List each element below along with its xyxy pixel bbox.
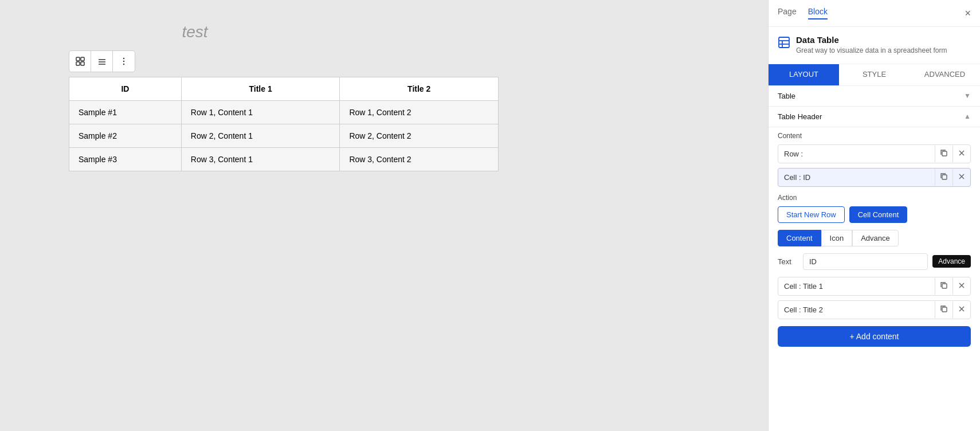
tab-page[interactable]: Page: [778, 7, 797, 19]
cell-title1-actions: [935, 278, 970, 295]
cell-title1-input[interactable]: [778, 277, 935, 295]
cell-id-delete-button[interactable]: [952, 169, 970, 186]
panel-tabs: Page Block: [778, 7, 828, 19]
close-button[interactable]: ×: [965, 8, 971, 18]
add-content-button[interactable]: + Add content: [778, 326, 971, 347]
cell-0-1: Row 1, Content 1: [181, 101, 340, 124]
cell-id-item: [778, 168, 971, 187]
content-tabs: Content Icon Advance: [769, 228, 980, 251]
cell-title1-delete-button[interactable]: [952, 278, 970, 295]
table-row: Sample #2Row 2, Content 1Row 2, Content …: [69, 124, 499, 148]
panel-header: Page Block ×: [769, 0, 980, 27]
text-row: Text Advance: [769, 251, 980, 275]
table-header-row: ID Title 1 Title 2: [69, 77, 499, 101]
header-title2: Title 2: [340, 77, 499, 101]
chevron-up-icon: ▲: [964, 112, 971, 120]
row-delete-button[interactable]: [952, 146, 970, 162]
text-field-label: Text: [778, 257, 798, 266]
sub-tabs: LAYOUT STYLE ADVANCED: [769, 64, 980, 86]
list-view-button[interactable]: [91, 51, 113, 72]
page-title: test: [80, 23, 309, 41]
cell-title2-delete-button[interactable]: [952, 301, 970, 318]
table-row: Sample #1Row 1, Content 1Row 1, Content …: [69, 101, 499, 124]
svg-point-8: [123, 61, 124, 62]
header-id: ID: [69, 77, 182, 101]
content-tab-icon[interactable]: Icon: [821, 230, 853, 246]
canvas-area: test ID: [0, 0, 768, 431]
block-title: Data Table: [796, 35, 947, 45]
table-header-section-label: Table Header: [778, 112, 822, 121]
data-table: ID Title 1 Title 2 Sample #1Row 1, Conte…: [69, 77, 499, 171]
cell-id-input[interactable]: [778, 169, 935, 186]
tab-block[interactable]: Block: [808, 7, 828, 19]
toolbar: [69, 50, 135, 72]
cell-0-0: Sample #1: [69, 101, 182, 124]
cell-title1-item: [778, 277, 971, 296]
svg-rect-17: [942, 175, 947, 179]
table-header-section[interactable]: Table Header ▲: [769, 107, 980, 127]
svg-rect-1: [81, 57, 84, 61]
data-table-icon: [778, 36, 790, 52]
cell-title2-actions: [935, 301, 970, 318]
svg-point-9: [123, 64, 124, 65]
table-section[interactable]: Table ▼: [769, 86, 980, 107]
start-new-row-button[interactable]: Start New Row: [778, 206, 845, 223]
cell-1-1: Row 2, Content 1: [181, 124, 340, 148]
action-label: Action: [769, 189, 980, 204]
chevron-down-icon: ▼: [964, 92, 971, 100]
cell-title1-copy-button[interactable]: [935, 278, 952, 295]
text-field-input[interactable]: [803, 253, 928, 270]
cell-title2-input[interactable]: [778, 301, 935, 319]
svg-rect-2: [76, 62, 80, 65]
cell-id-copy-button[interactable]: [935, 169, 952, 186]
svg-point-7: [123, 58, 124, 59]
row-actions: [935, 146, 970, 162]
block-desc: Great way to visualize data in a spreads…: [796, 46, 947, 56]
cell-1-0: Sample #2: [69, 124, 182, 148]
svg-rect-20: [942, 284, 947, 288]
svg-rect-14: [942, 151, 947, 156]
sub-tab-layout[interactable]: LAYOUT: [769, 64, 839, 85]
cell-content-button[interactable]: Cell Content: [849, 206, 908, 223]
table-row: Sample #3Row 3, Content 1Row 3, Content …: [69, 148, 499, 171]
cell-1-2: Row 2, Content 2: [340, 124, 499, 148]
action-buttons: Start New Row Cell Content: [769, 204, 980, 228]
header-title1: Title 1: [181, 77, 340, 101]
svg-rect-23: [942, 307, 947, 312]
row-input[interactable]: [778, 145, 935, 163]
content-label: Content: [769, 127, 980, 142]
sub-tab-advanced[interactable]: ADVANCED: [910, 64, 980, 85]
more-options-button[interactable]: [113, 51, 135, 72]
cell-id-actions: [935, 169, 970, 186]
cell-title2-copy-button[interactable]: [935, 301, 952, 318]
cell-2-0: Sample #3: [69, 148, 182, 171]
grid-view-button[interactable]: [69, 51, 91, 72]
cell-2-1: Row 3, Content 1: [181, 148, 340, 171]
cell-0-2: Row 1, Content 2: [340, 101, 499, 124]
svg-rect-3: [81, 62, 84, 65]
row-copy-button[interactable]: [935, 146, 952, 162]
advance-tooltip: Advance: [932, 255, 971, 268]
content-tab-content[interactable]: Content: [778, 230, 821, 246]
sub-tab-style[interactable]: STYLE: [839, 64, 910, 85]
content-tab-advance[interactable]: Advance: [852, 230, 899, 246]
block-info: Data Table Great way to visualize data i…: [769, 27, 980, 64]
svg-rect-10: [779, 37, 789, 48]
cell-2-2: Row 3, Content 2: [340, 148, 499, 171]
table-section-label: Table: [778, 92, 795, 100]
table-body: Sample #1Row 1, Content 1Row 1, Content …: [69, 101, 499, 171]
cell-title2-item: [778, 300, 971, 319]
svg-rect-0: [76, 57, 80, 61]
row-item: [778, 144, 971, 163]
right-panel: Page Block × Data Table Great way to vis…: [768, 0, 980, 431]
